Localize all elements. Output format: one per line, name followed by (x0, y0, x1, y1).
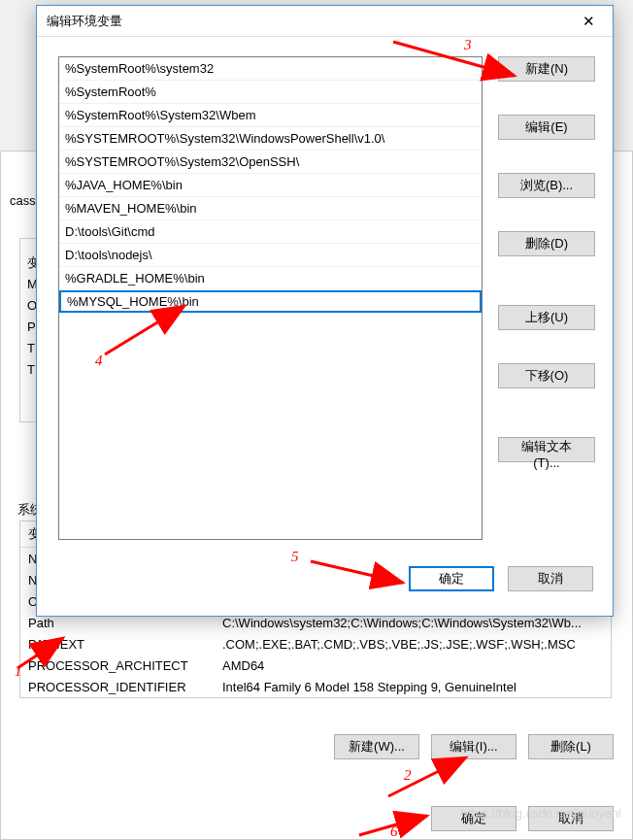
move-down-button[interactable]: 下移(O) (498, 363, 595, 388)
cancel-button[interactable]: 取消 (508, 566, 593, 591)
list-item[interactable]: D:\tools\Git\cmd (59, 220, 482, 244)
table-row[interactable]: PROCESSOR_ARCHITECTAMD64 (20, 655, 611, 676)
list-item[interactable]: D:\tools\nodejs\ (59, 244, 482, 267)
bg-cass-label: cass (10, 193, 36, 208)
path-list[interactable]: %SystemRoot%\system32 %SystemRoot% %Syst… (58, 56, 483, 540)
dialog-title: 编辑环境变量 (47, 13, 122, 30)
sys-new-button[interactable]: 新建(W)... (334, 734, 419, 759)
delete-button[interactable]: 删除(D) (498, 231, 595, 256)
list-item[interactable]: %SystemRoot%\System32\Wbem (59, 104, 482, 127)
edit-env-var-dialog: 编辑环境变量 ✕ %SystemRoot%\system32 %SystemRo… (36, 5, 614, 617)
sys-edit-button[interactable]: 编辑(I)... (431, 734, 516, 759)
browse-button[interactable]: 浏览(B)... (498, 173, 595, 198)
edit-button[interactable]: 编辑(E) (498, 115, 595, 140)
list-item[interactable]: %GRADLE_HOME%\bin (59, 267, 482, 290)
watermark: https://blog.csdn.net/guoyanl (460, 806, 621, 821)
list-item[interactable]: %SYSTEMROOT%\System32\OpenSSH\ (59, 151, 482, 174)
ok-button[interactable]: 确定 (409, 566, 494, 591)
table-row[interactable]: PROCESSOR_IDENTIFIERIntel64 Family 6 Mod… (20, 676, 611, 697)
list-item[interactable]: %JAVA_HOME%\bin (59, 174, 482, 197)
new-button[interactable]: 新建(N) (498, 56, 595, 82)
list-item[interactable]: %MAVEN_HOME%\bin (59, 197, 482, 220)
close-button[interactable]: ✕ (568, 8, 609, 35)
table-row[interactable]: PATHEXT.COM;.EXE;.BAT;.CMD;.VBS;.VBE;.JS… (20, 633, 611, 655)
edit-text-button[interactable]: 编辑文本(T)... (498, 437, 595, 462)
title-bar[interactable]: 编辑环境变量 ✕ (37, 6, 613, 37)
list-item-editing[interactable] (59, 290, 482, 314)
list-item[interactable]: %SystemRoot%\system32 (59, 57, 482, 81)
path-edit-input[interactable] (59, 290, 482, 313)
list-item[interactable]: %SystemRoot% (59, 81, 482, 104)
move-up-button[interactable]: 上移(U) (498, 305, 595, 330)
close-icon: ✕ (583, 13, 595, 30)
list-item[interactable]: %SYSTEMROOT%\System32\WindowsPowerShell\… (59, 127, 482, 151)
sys-delete-button[interactable]: 删除(L) (528, 734, 614, 759)
